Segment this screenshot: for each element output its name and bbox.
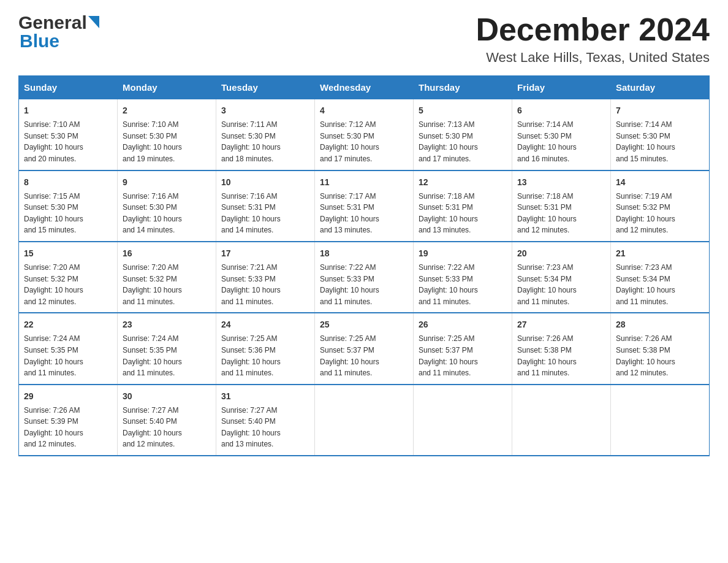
day-info: Sunrise: 7:20 AMSunset: 5:32 PMDaylight:…: [24, 262, 112, 307]
logo-triangle-icon: [88, 16, 99, 28]
calendar-cell: 2Sunrise: 7:10 AMSunset: 5:30 PMDaylight…: [118, 99, 216, 170]
day-info: Sunrise: 7:27 AMSunset: 5:40 PMDaylight:…: [123, 405, 211, 450]
calendar-cell: 24Sunrise: 7:25 AMSunset: 5:36 PMDayligh…: [216, 313, 315, 384]
day-info: Sunrise: 7:24 AMSunset: 5:35 PMDaylight:…: [24, 333, 112, 378]
calendar-cell: 6Sunrise: 7:14 AMSunset: 5:30 PMDaylight…: [512, 99, 611, 170]
calendar-cell: 4Sunrise: 7:12 AMSunset: 5:30 PMDaylight…: [315, 99, 414, 170]
calendar-cell: 1Sunrise: 7:10 AMSunset: 5:30 PMDaylight…: [19, 99, 118, 170]
day-number: 15: [24, 247, 112, 260]
day-number: 17: [221, 247, 309, 260]
day-number: 2: [123, 104, 211, 117]
day-number: 22: [24, 318, 112, 331]
day-number: 31: [221, 390, 309, 403]
day-info: Sunrise: 7:14 AMSunset: 5:30 PMDaylight:…: [616, 119, 704, 164]
calendar-week-2: 8Sunrise: 7:15 AMSunset: 5:30 PMDaylight…: [19, 170, 710, 242]
day-number: 7: [616, 104, 704, 117]
day-info: Sunrise: 7:10 AMSunset: 5:30 PMDaylight:…: [123, 119, 211, 164]
title-section: December 2024 West Lake Hills, Texas, Un…: [476, 12, 710, 66]
day-number: 26: [419, 318, 507, 331]
calendar-cell: 27Sunrise: 7:26 AMSunset: 5:38 PMDayligh…: [512, 313, 611, 384]
day-info: Sunrise: 7:13 AMSunset: 5:30 PMDaylight:…: [419, 119, 507, 164]
header-saturday: Saturday: [611, 76, 710, 99]
logo-blue: Blue: [20, 31, 59, 51]
day-number: 6: [517, 104, 605, 117]
day-info: Sunrise: 7:22 AMSunset: 5:33 PMDaylight:…: [320, 262, 408, 307]
location-subtitle: West Lake Hills, Texas, United States: [476, 50, 710, 66]
day-number: 18: [320, 247, 408, 260]
day-info: Sunrise: 7:18 AMSunset: 5:31 PMDaylight:…: [517, 191, 605, 236]
day-info: Sunrise: 7:21 AMSunset: 5:33 PMDaylight:…: [221, 262, 309, 307]
calendar-cell: 14Sunrise: 7:19 AMSunset: 5:32 PMDayligh…: [611, 170, 710, 242]
day-number: 5: [419, 104, 507, 117]
day-info: Sunrise: 7:22 AMSunset: 5:33 PMDaylight:…: [419, 262, 507, 307]
day-number: 8: [24, 176, 112, 189]
calendar-cell: [315, 385, 414, 456]
day-number: 20: [517, 247, 605, 260]
day-info: Sunrise: 7:11 AMSunset: 5:30 PMDaylight:…: [221, 119, 309, 164]
calendar-cell: 31Sunrise: 7:27 AMSunset: 5:40 PMDayligh…: [216, 385, 315, 456]
day-number: 21: [616, 247, 704, 260]
day-number: 25: [320, 318, 408, 331]
calendar-cell: 16Sunrise: 7:20 AMSunset: 5:32 PMDayligh…: [118, 242, 216, 313]
day-info: Sunrise: 7:24 AMSunset: 5:35 PMDaylight:…: [123, 333, 211, 378]
header-friday: Friday: [512, 76, 611, 99]
calendar-cell: 25Sunrise: 7:25 AMSunset: 5:37 PMDayligh…: [315, 313, 414, 384]
day-number: 14: [616, 176, 704, 189]
calendar-cell: 19Sunrise: 7:22 AMSunset: 5:33 PMDayligh…: [414, 242, 512, 313]
calendar-cell: 28Sunrise: 7:26 AMSunset: 5:38 PMDayligh…: [611, 313, 710, 384]
calendar-cell: [414, 385, 512, 456]
day-number: 29: [24, 390, 112, 403]
day-info: Sunrise: 7:26 AMSunset: 5:39 PMDaylight:…: [24, 405, 112, 450]
header-sunday: Sunday: [19, 76, 118, 99]
day-info: Sunrise: 7:16 AMSunset: 5:31 PMDaylight:…: [221, 191, 309, 236]
day-number: 13: [517, 176, 605, 189]
day-info: Sunrise: 7:27 AMSunset: 5:40 PMDaylight:…: [221, 405, 309, 450]
calendar-cell: 17Sunrise: 7:21 AMSunset: 5:33 PMDayligh…: [216, 242, 315, 313]
day-info: Sunrise: 7:15 AMSunset: 5:30 PMDaylight:…: [24, 191, 112, 236]
day-number: 3: [221, 104, 309, 117]
day-info: Sunrise: 7:23 AMSunset: 5:34 PMDaylight:…: [517, 262, 605, 307]
calendar-week-4: 22Sunrise: 7:24 AMSunset: 5:35 PMDayligh…: [19, 313, 710, 384]
calendar-cell: 30Sunrise: 7:27 AMSunset: 5:40 PMDayligh…: [118, 385, 216, 456]
day-info: Sunrise: 7:18 AMSunset: 5:31 PMDaylight:…: [419, 191, 507, 236]
page-header: General Blue December 2024 West Lake Hil…: [18, 12, 710, 66]
calendar-cell: 15Sunrise: 7:20 AMSunset: 5:32 PMDayligh…: [19, 242, 118, 313]
day-number: 27: [517, 318, 605, 331]
calendar-cell: 7Sunrise: 7:14 AMSunset: 5:30 PMDaylight…: [611, 99, 710, 170]
calendar-cell: 10Sunrise: 7:16 AMSunset: 5:31 PMDayligh…: [216, 170, 315, 242]
calendar-cell: 9Sunrise: 7:16 AMSunset: 5:30 PMDaylight…: [118, 170, 216, 242]
calendar-cell: 20Sunrise: 7:23 AMSunset: 5:34 PMDayligh…: [512, 242, 611, 313]
day-info: Sunrise: 7:20 AMSunset: 5:32 PMDaylight:…: [123, 262, 211, 307]
day-info: Sunrise: 7:19 AMSunset: 5:32 PMDaylight:…: [616, 191, 704, 236]
calendar-cell: 23Sunrise: 7:24 AMSunset: 5:35 PMDayligh…: [118, 313, 216, 384]
month-title: December 2024: [476, 12, 710, 47]
calendar-week-3: 15Sunrise: 7:20 AMSunset: 5:32 PMDayligh…: [19, 242, 710, 313]
calendar-week-1: 1Sunrise: 7:10 AMSunset: 5:30 PMDaylight…: [19, 99, 710, 170]
day-number: 10: [221, 176, 309, 189]
svg-marker-0: [88, 16, 99, 28]
day-number: 24: [221, 318, 309, 331]
calendar-cell: 3Sunrise: 7:11 AMSunset: 5:30 PMDaylight…: [216, 99, 315, 170]
header-wednesday: Wednesday: [315, 76, 414, 99]
day-info: Sunrise: 7:26 AMSunset: 5:38 PMDaylight:…: [616, 333, 704, 378]
header-tuesday: Tuesday: [216, 76, 315, 99]
day-info: Sunrise: 7:12 AMSunset: 5:30 PMDaylight:…: [320, 119, 408, 164]
day-number: 11: [320, 176, 408, 189]
calendar-cell: 12Sunrise: 7:18 AMSunset: 5:31 PMDayligh…: [414, 170, 512, 242]
day-info: Sunrise: 7:25 AMSunset: 5:37 PMDaylight:…: [320, 333, 408, 378]
day-info: Sunrise: 7:16 AMSunset: 5:30 PMDaylight:…: [123, 191, 211, 236]
day-number: 1: [24, 104, 112, 117]
calendar-cell: 18Sunrise: 7:22 AMSunset: 5:33 PMDayligh…: [315, 242, 414, 313]
calendar-cell: 29Sunrise: 7:26 AMSunset: 5:39 PMDayligh…: [19, 385, 118, 456]
calendar-cell: 5Sunrise: 7:13 AMSunset: 5:30 PMDaylight…: [414, 99, 512, 170]
day-number: 12: [419, 176, 507, 189]
calendar-cell: 13Sunrise: 7:18 AMSunset: 5:31 PMDayligh…: [512, 170, 611, 242]
day-number: 30: [123, 390, 211, 403]
day-number: 23: [123, 318, 211, 331]
logo-general: General: [18, 12, 87, 33]
calendar-cell: 11Sunrise: 7:17 AMSunset: 5:31 PMDayligh…: [315, 170, 414, 242]
day-info: Sunrise: 7:23 AMSunset: 5:34 PMDaylight:…: [616, 262, 704, 307]
day-number: 16: [123, 247, 211, 260]
calendar-table: SundayMondayTuesdayWednesdayThursdayFrid…: [18, 75, 710, 456]
calendar-cell: 21Sunrise: 7:23 AMSunset: 5:34 PMDayligh…: [611, 242, 710, 313]
